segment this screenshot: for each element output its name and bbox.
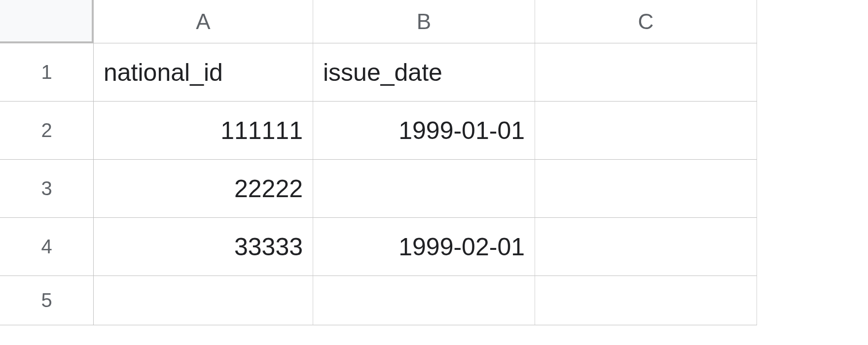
cell-a3[interactable]: 22222 <box>94 160 313 218</box>
cell-b5[interactable] <box>313 276 535 325</box>
cell-b2[interactable]: 1999-01-01 <box>313 102 535 160</box>
row-header-2[interactable]: 2 <box>0 102 94 160</box>
row-header-3[interactable]: 3 <box>0 160 94 218</box>
column-header-b[interactable]: B <box>313 0 535 43</box>
spreadsheet-grid: A B C 1 national_id issue_date 2 111111 … <box>0 0 868 325</box>
row-header-5[interactable]: 5 <box>0 276 94 325</box>
cell-c5[interactable] <box>535 276 757 325</box>
cell-a5[interactable] <box>94 276 313 325</box>
select-all-corner[interactable] <box>0 0 94 43</box>
cell-a1[interactable]: national_id <box>94 43 313 102</box>
row-header-4[interactable]: 4 <box>0 218 94 276</box>
cell-c1[interactable] <box>535 43 757 102</box>
cell-c2[interactable] <box>535 102 757 160</box>
cell-b3[interactable] <box>313 160 535 218</box>
row-header-1[interactable]: 1 <box>0 43 94 102</box>
cell-a2[interactable]: 111111 <box>94 102 313 160</box>
cell-c3[interactable] <box>535 160 757 218</box>
cell-b4[interactable]: 1999-02-01 <box>313 218 535 276</box>
cell-b1[interactable]: issue_date <box>313 43 535 102</box>
cell-a4[interactable]: 33333 <box>94 218 313 276</box>
column-header-a[interactable]: A <box>94 0 313 43</box>
cell-c4[interactable] <box>535 218 757 276</box>
column-header-c[interactable]: C <box>535 0 757 43</box>
